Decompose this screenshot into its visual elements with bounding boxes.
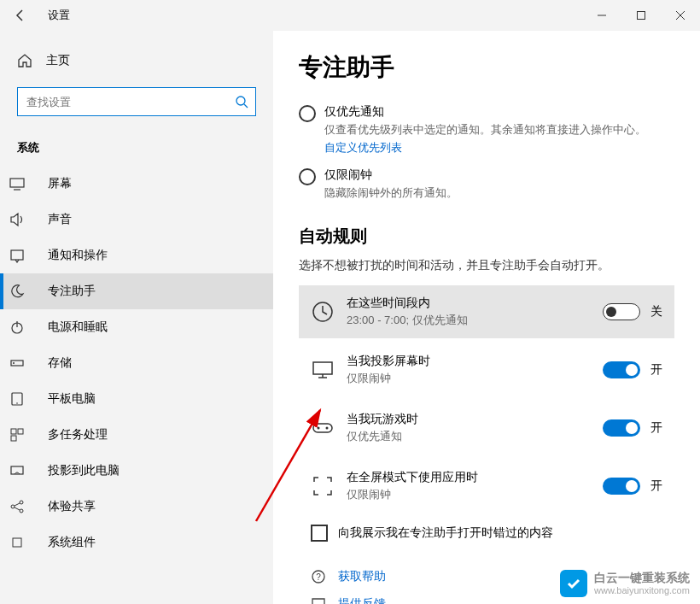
power-icon xyxy=(17,320,32,335)
search-input[interactable] xyxy=(18,96,228,108)
sidebar-item-label: 体验共享 xyxy=(48,499,96,514)
back-button[interactable] xyxy=(0,0,41,31)
svg-rect-6 xyxy=(11,250,23,260)
radio-desc: 仅查看优先级列表中选定的通知。其余通知将直接进入操作中心。 xyxy=(324,122,646,138)
search-icon[interactable] xyxy=(228,95,255,108)
rule-subtitle: 仅限闹钟 xyxy=(347,487,603,502)
main-content: 专注助手 仅优先通知 仅查看优先级列表中选定的通知。其余通知将直接进入操作中心。… xyxy=(273,31,700,604)
titlebar: 设置 xyxy=(0,0,700,31)
svg-text:?: ? xyxy=(316,572,321,582)
rule-fullscreen[interactable]: 在全屏模式下使用应用时 仅限闹钟 开 xyxy=(299,460,674,513)
rule-title: 在这些时间段内 xyxy=(347,296,603,311)
sidebar-item-label: 通知和操作 xyxy=(48,248,108,263)
svg-point-10 xyxy=(13,362,15,364)
svg-point-29 xyxy=(326,427,329,430)
rule-toggle[interactable] xyxy=(603,303,640,320)
sidebar-item-power[interactable]: 电源和睡眠 xyxy=(0,309,273,345)
svg-line-3 xyxy=(244,104,248,108)
minimize-button[interactable] xyxy=(582,0,621,31)
sidebar-item-label: 投影到此电脑 xyxy=(48,463,120,478)
arrow-left-icon xyxy=(14,9,27,22)
sidebar-item-focus-assist[interactable]: 专注助手 xyxy=(0,273,273,309)
rule-title: 当我投影屏幕时 xyxy=(347,354,603,369)
svg-line-21 xyxy=(15,507,20,510)
page-title: 专注助手 xyxy=(299,51,674,84)
sidebar-item-components[interactable]: 系统组件 xyxy=(0,525,273,560)
sidebar-item-label: 屏幕 xyxy=(48,176,72,191)
show-missed-checkbox-row[interactable]: 向我展示我在专注助手打开时错过的内容 xyxy=(299,518,674,548)
toggle-state-label: 开 xyxy=(650,420,662,436)
sidebar-item-label: 平板电脑 xyxy=(48,391,96,407)
clock-icon xyxy=(311,300,335,324)
svg-rect-24 xyxy=(313,362,332,374)
close-button[interactable] xyxy=(661,0,700,31)
sidebar: 主页 系统 屏幕 声音 通知和操作 专注助手 电源和睡眠 存储 xyxy=(0,31,273,604)
sidebar-item-multitask[interactable]: 多任务处理 xyxy=(0,417,273,453)
watermark-logo-icon xyxy=(560,570,587,597)
radio-label: 仅限闹钟 xyxy=(324,167,458,183)
sidebar-item-label: 专注助手 xyxy=(48,284,96,299)
svg-point-19 xyxy=(20,509,23,513)
radio-desc: 隐藏除闹钟外的所有通知。 xyxy=(324,185,458,201)
radio-button[interactable] xyxy=(299,105,316,122)
svg-rect-15 xyxy=(11,436,16,441)
sidebar-item-label: 多任务处理 xyxy=(48,427,108,443)
rule-time-range[interactable]: 在这些时间段内 23:00 - 7:00; 仅优先通知 关 xyxy=(299,285,674,338)
sidebar-home[interactable]: 主页 xyxy=(0,44,273,77)
window-title: 设置 xyxy=(48,8,70,23)
components-icon xyxy=(17,535,32,550)
watermark-url: www.baiyunxitong.com xyxy=(594,585,690,596)
projecting-icon xyxy=(17,463,32,478)
radio-alarms-only[interactable]: 仅限闹钟 隐藏除闹钟外的所有通知。 xyxy=(299,167,674,201)
moon-icon xyxy=(17,284,32,299)
feedback-icon xyxy=(311,596,326,604)
svg-point-18 xyxy=(20,501,23,504)
svg-point-12 xyxy=(16,402,18,404)
rule-projecting[interactable]: 当我投影屏幕时 仅限闹钟 开 xyxy=(299,343,674,396)
multitask-icon xyxy=(17,427,32,443)
toggle-state-label: 开 xyxy=(650,362,662,378)
sidebar-home-label: 主页 xyxy=(46,53,70,68)
sidebar-item-sound[interactable]: 声音 xyxy=(0,202,273,237)
rule-subtitle: 仅优先通知 xyxy=(347,429,603,444)
minimize-icon xyxy=(597,10,607,21)
svg-point-2 xyxy=(236,97,245,105)
radio-label: 仅优先通知 xyxy=(324,104,646,120)
radio-button[interactable] xyxy=(299,168,316,185)
sidebar-item-notifications[interactable]: 通知和操作 xyxy=(0,237,273,273)
focus-mode-radio-group: 仅优先通知 仅查看优先级列表中选定的通知。其余通知将直接进入操作中心。 自定义优… xyxy=(299,104,674,201)
sidebar-item-label: 声音 xyxy=(48,212,72,227)
svg-line-20 xyxy=(15,503,20,506)
rule-toggle[interactable] xyxy=(603,361,640,378)
checkbox[interactable] xyxy=(311,525,328,542)
sidebar-item-storage[interactable]: 存储 xyxy=(0,345,273,381)
monitor-icon xyxy=(311,358,335,382)
search-box[interactable] xyxy=(17,87,256,116)
sidebar-item-shared[interactable]: 体验共享 xyxy=(0,489,273,525)
radio-priority-only[interactable]: 仅优先通知 仅查看优先级列表中选定的通知。其余通知将直接进入操作中心。 自定义优… xyxy=(299,104,674,155)
rule-toggle[interactable] xyxy=(603,419,640,437)
sidebar-item-tablet[interactable]: 平板电脑 xyxy=(0,381,273,417)
sidebar-item-projecting[interactable]: 投影到此电脑 xyxy=(0,453,273,489)
svg-point-17 xyxy=(11,505,15,508)
tablet-icon xyxy=(17,391,32,407)
rule-subtitle: 23:00 - 7:00; 仅优先通知 xyxy=(347,313,603,328)
sound-icon xyxy=(17,212,32,227)
watermark-title: 白云一键重装系统 xyxy=(594,571,690,585)
fullscreen-icon xyxy=(311,474,335,498)
auto-rules-desc: 选择不想被打扰的时间和活动，并且专注助手会自动打开。 xyxy=(299,258,674,273)
rule-gaming[interactable]: 当我玩游戏时 仅优先通知 开 xyxy=(299,402,674,454)
sidebar-item-display[interactable]: 屏幕 xyxy=(0,166,273,202)
sidebar-item-label: 存储 xyxy=(48,355,72,371)
shared-icon xyxy=(17,499,32,514)
maximize-button[interactable] xyxy=(621,0,661,31)
rule-subtitle: 仅限闹钟 xyxy=(347,371,603,386)
watermark: 白云一键重装系统 www.baiyunxitong.com xyxy=(560,570,690,597)
sidebar-item-label: 系统组件 xyxy=(48,535,96,550)
customize-priority-link[interactable]: 自定义优先列表 xyxy=(324,140,402,155)
sidebar-section-header: 系统 xyxy=(0,133,273,166)
sidebar-item-label: 电源和睡眠 xyxy=(48,320,108,335)
help-icon: ? xyxy=(311,569,326,584)
rule-toggle[interactable] xyxy=(603,478,640,495)
rule-title: 当我玩游戏时 xyxy=(347,412,603,427)
